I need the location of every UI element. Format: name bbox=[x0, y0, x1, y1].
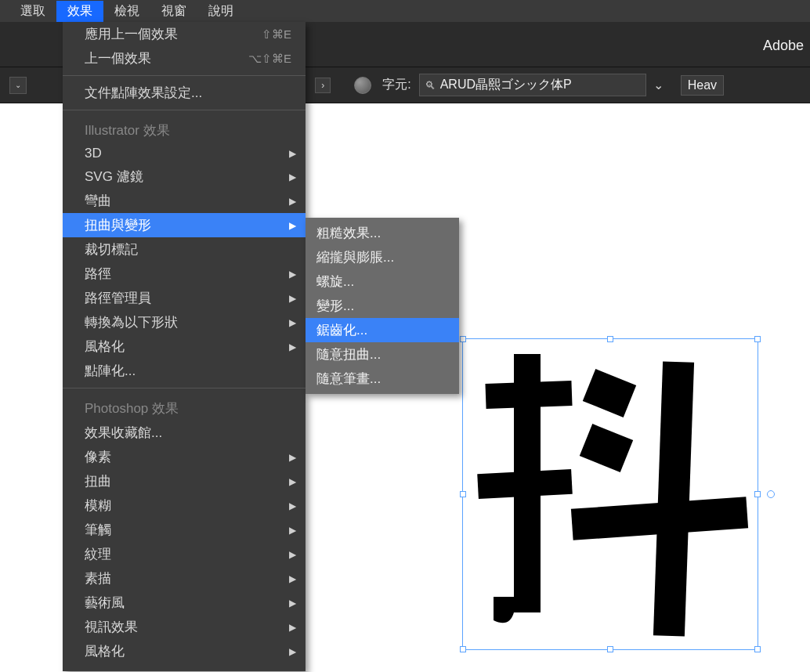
submenu-item-5[interactable]: 隨意扭曲... bbox=[306, 342, 459, 367]
submenu-arrow-icon: ▶ bbox=[289, 646, 296, 657]
resize-handle-bm[interactable] bbox=[607, 646, 613, 652]
menu-header-label: Illustrator 效果 bbox=[85, 121, 170, 139]
menu-il-1[interactable]: SVG 濾鏡▶ bbox=[63, 164, 306, 189]
menu-item-label: 筆觸 bbox=[85, 521, 111, 539]
menu-item-label: 彎曲 bbox=[85, 192, 111, 210]
menu-item-label: 風格化 bbox=[85, 642, 125, 660]
menu-ps-8[interactable]: 視訊效果▶ bbox=[63, 615, 306, 639]
submenu-arrow-icon: ▶ bbox=[289, 500, 296, 511]
resize-handle-tm[interactable] bbox=[607, 336, 613, 342]
submenu-arrow-icon: ▶ bbox=[289, 220, 296, 231]
menu-header-label: Photoshop 效果 bbox=[85, 399, 179, 417]
menu-item-label: 扭曲 bbox=[85, 472, 111, 490]
font-name-field[interactable]: 🔍︎ ARUD晶熙ゴシック体P bbox=[419, 74, 646, 96]
menu-item-label: 上一個效果 bbox=[85, 49, 151, 67]
next-arrow[interactable]: › bbox=[315, 78, 331, 93]
font-name-value: ARUD晶熙ゴシック体P bbox=[440, 77, 572, 93]
menu-window[interactable]: 視窗 bbox=[150, 1, 197, 22]
menu-item-label: 轉換為以下形狀 bbox=[85, 313, 178, 331]
menu-ps-0[interactable]: 效果收藏館... bbox=[63, 421, 306, 445]
menu-item-label: 3D bbox=[85, 146, 102, 161]
menu-header-photoshop: Photoshop 效果 bbox=[63, 393, 306, 421]
submenu-item-1[interactable]: 縮攏與膨脹... bbox=[306, 245, 459, 269]
submenu-arrow-icon: ▶ bbox=[289, 317, 296, 328]
submenu-arrow-icon: ▶ bbox=[289, 148, 296, 159]
effects-dropdown: 應用上一個效果 ⇧⌘E 上一個效果 ⌥⇧⌘E 文件點陣效果設定... Illus… bbox=[63, 22, 306, 671]
menu-ps-4[interactable]: 筆觸▶ bbox=[63, 518, 306, 542]
menu-ps-1[interactable]: 像素▶ bbox=[63, 445, 306, 469]
menu-separator bbox=[63, 388, 306, 388]
selection-bounding-box[interactable] bbox=[462, 338, 758, 650]
menu-item-label: 扭曲與變形 bbox=[85, 216, 151, 234]
menu-raster-settings[interactable]: 文件點陣效果設定... bbox=[63, 81, 306, 105]
font-dropdown-arrow[interactable]: ⌄ bbox=[649, 76, 668, 95]
resize-handle-mr[interactable] bbox=[754, 491, 761, 497]
menu-il-2[interactable]: 彎曲▶ bbox=[63, 189, 306, 213]
menu-last-effect[interactable]: 上一個效果 ⌥⇧⌘E bbox=[63, 46, 306, 70]
submenu-arrow-icon: ▶ bbox=[289, 341, 296, 352]
submenu-arrow-icon: ▶ bbox=[289, 622, 296, 633]
menu-ps-6[interactable]: 素描▶ bbox=[63, 566, 306, 591]
character-label: 字元: bbox=[382, 77, 410, 93]
menu-view[interactable]: 檢視 bbox=[103, 1, 150, 22]
menu-item-label: 效果收藏館... bbox=[85, 424, 162, 442]
menu-ps-2[interactable]: 扭曲▶ bbox=[63, 469, 306, 493]
menu-ps-3[interactable]: 模糊▶ bbox=[63, 493, 306, 518]
submenu-arrow-icon: ▶ bbox=[289, 549, 296, 560]
rotate-handle[interactable] bbox=[767, 490, 775, 498]
menu-item-label: SVG 濾鏡 bbox=[85, 168, 143, 186]
distort-transform-submenu: 粗糙效果...縮攏與膨脹...螺旋...變形...鋸齒化...隨意扭曲...隨意… bbox=[306, 218, 459, 394]
menu-il-7[interactable]: 轉換為以下形狀▶ bbox=[63, 310, 306, 334]
menu-il-4[interactable]: 裁切標記 bbox=[63, 237, 306, 262]
submenu-arrow-icon: ▶ bbox=[289, 293, 296, 304]
menu-select[interactable]: 選取 bbox=[9, 1, 56, 22]
font-weight-field[interactable]: Heav bbox=[681, 75, 724, 96]
menu-il-6[interactable]: 路徑管理員▶ bbox=[63, 286, 306, 310]
menu-item-label: 像素 bbox=[85, 448, 111, 466]
menu-il-9[interactable]: 點陣化... bbox=[63, 359, 306, 383]
dropdown-chevron[interactable]: ⌄ bbox=[9, 77, 27, 94]
menu-effects[interactable]: 效果 bbox=[56, 1, 103, 22]
submenu-arrow-icon: ▶ bbox=[289, 598, 296, 609]
menu-item-label: 點陣化... bbox=[85, 362, 136, 380]
submenu-item-3[interactable]: 變形... bbox=[306, 294, 459, 318]
resize-handle-br[interactable] bbox=[754, 646, 761, 652]
submenu-arrow-icon: ▶ bbox=[289, 573, 296, 584]
submenu-arrow-icon: ▶ bbox=[289, 476, 296, 487]
resize-handle-bl[interactable] bbox=[460, 646, 466, 652]
menu-help[interactable]: 說明 bbox=[197, 1, 244, 22]
menubar: 選取 效果 檢視 視窗 說明 bbox=[0, 0, 810, 22]
menu-separator bbox=[63, 75, 306, 76]
menu-apply-last-effect[interactable]: 應用上一個效果 ⇧⌘E bbox=[63, 22, 306, 46]
submenu-item-2[interactable]: 螺旋... bbox=[306, 269, 459, 294]
resize-handle-tr[interactable] bbox=[754, 336, 761, 342]
submenu-item-0[interactable]: 粗糙效果... bbox=[306, 221, 459, 245]
menu-item-label: 風格化 bbox=[85, 338, 125, 356]
submenu-item-4[interactable]: 鋸齒化... bbox=[306, 318, 459, 342]
submenu-arrow-icon: ▶ bbox=[289, 525, 296, 536]
menu-il-0[interactable]: 3D▶ bbox=[63, 143, 306, 164]
menu-il-3[interactable]: 扭曲與變形▶ bbox=[63, 213, 306, 237]
menu-item-label: 路徑管理員 bbox=[85, 289, 151, 307]
menu-il-5[interactable]: 路徑▶ bbox=[63, 262, 306, 286]
menu-ps-5[interactable]: 紋理▶ bbox=[63, 542, 306, 566]
menu-item-label: 視訊效果 bbox=[85, 618, 138, 636]
menu-item-label: 模糊 bbox=[85, 497, 111, 515]
menu-ps-9[interactable]: 風格化▶ bbox=[63, 639, 306, 663]
globe-icon[interactable] bbox=[354, 77, 371, 94]
submenu-item-6[interactable]: 隨意筆畫... bbox=[306, 367, 459, 391]
search-icon: 🔍︎ bbox=[425, 79, 436, 92]
menu-item-label: 藝術風 bbox=[85, 594, 125, 612]
menu-header-illustrator: Illustrator 效果 bbox=[63, 115, 306, 143]
submenu-arrow-icon: ▶ bbox=[289, 452, 296, 463]
submenu-arrow-icon: ▶ bbox=[289, 269, 296, 280]
menu-ps-7[interactable]: 藝術風▶ bbox=[63, 591, 306, 615]
submenu-arrow-icon: ▶ bbox=[289, 196, 296, 207]
menu-separator bbox=[63, 110, 306, 110]
menu-il-8[interactable]: 風格化▶ bbox=[63, 334, 306, 359]
menu-item-label: 文件點陣效果設定... bbox=[85, 84, 202, 102]
brand-label: Adobe bbox=[763, 38, 804, 54]
resize-handle-tl[interactable] bbox=[460, 336, 466, 342]
submenu-arrow-icon: ▶ bbox=[289, 172, 296, 182]
resize-handle-ml[interactable] bbox=[460, 491, 466, 497]
